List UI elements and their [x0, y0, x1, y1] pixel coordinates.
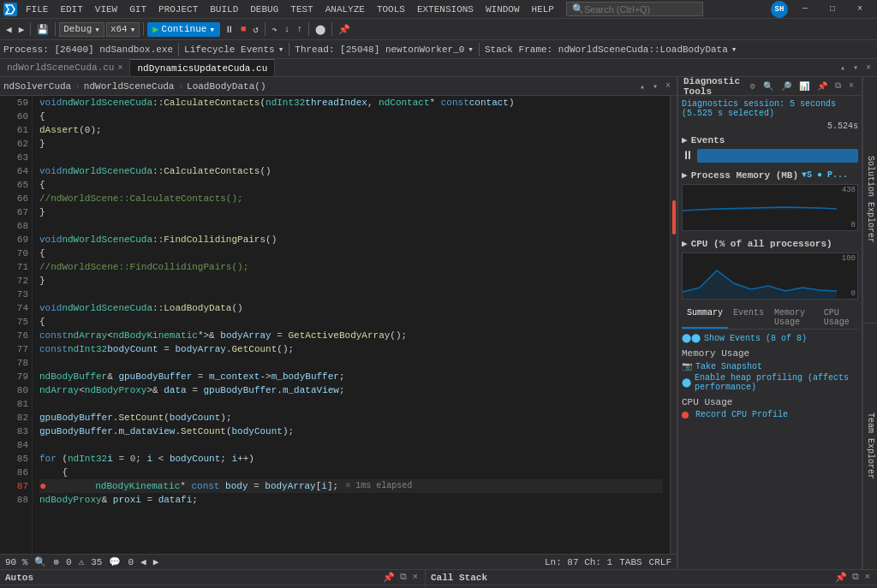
- menu-view[interactable]: VIEW: [90, 3, 122, 16]
- code-line-83: gpuBodyBuffer.m_dataView.SetCount(bodyCo…: [39, 425, 663, 438]
- pin-button[interactable]: 📌: [336, 23, 353, 36]
- code-line-82: gpuBodyBuffer.SetCount(bodyCount);: [39, 411, 663, 425]
- record-cpu-action[interactable]: Record CPU Profile: [682, 410, 858, 419]
- menu-tools[interactable]: TOOLS: [372, 3, 410, 16]
- breakpoint-indicator: ●: [39, 479, 46, 493]
- menu-test[interactable]: TEST: [285, 3, 318, 16]
- nav-method[interactable]: ndWorldSceneCuda: [84, 81, 175, 92]
- editor-nav-down[interactable]: ▾: [650, 80, 660, 92]
- editor-nav-x[interactable]: ×: [663, 80, 673, 92]
- code-container: 59606162 63646566 67686970 71727374 7576…: [0, 96, 677, 554]
- cs-close-btn[interactable]: ×: [862, 572, 872, 583]
- toolbar-sep-1: [30, 22, 31, 36]
- editor-close-btn[interactable]: ×: [863, 62, 874, 74]
- minimize-button[interactable]: ─: [791, 0, 819, 19]
- diag-tab-events[interactable]: Events: [728, 306, 769, 329]
- config-label: Debug: [63, 24, 92, 34]
- process-memory-section: ▶ Process Memory (MB) ▼S ● P... 438 0: [682, 169, 858, 231]
- cpu-usage-subsection: CPU Usage Record CPU Profile: [682, 397, 858, 419]
- code-line-70: {: [39, 246, 663, 260]
- cpu-section: ▶ CPU (% of all processors) 100 0: [682, 238, 858, 300]
- user-badge[interactable]: SH: [771, 1, 788, 18]
- platform-dropdown[interactable]: x64 ▾: [106, 22, 140, 37]
- memory-usage-subsection: Memory Usage 📷 Take Snapshot ⬤ Enable he…: [682, 348, 858, 392]
- close-button[interactable]: ×: [846, 0, 874, 19]
- snapshot-icon: 📷: [682, 361, 692, 371]
- diag-tab-summary[interactable]: Summary: [682, 306, 728, 329]
- title-search-input[interactable]: [584, 4, 687, 15]
- back-button[interactable]: ◀: [3, 23, 15, 36]
- code-line-85: for (ndInt32 i = 0; i < bodyCount; i++): [39, 452, 663, 466]
- step-over-button[interactable]: ↷: [269, 23, 280, 36]
- editor-status: 90 % 🔍 ⊗ 0 ⚠ 35 💬 0 ◀ ▶ Ln: 87 Ch: 1 TAB…: [0, 554, 677, 569]
- breakpoints-button[interactable]: ⬤: [313, 23, 328, 36]
- heap-profiling-action[interactable]: ⬤ Enable heap profiling (affects perform…: [682, 373, 858, 392]
- nav-function[interactable]: LoadBodyData(): [187, 81, 265, 92]
- pause-button[interactable]: ⏸: [222, 23, 236, 36]
- toolbar-sep-4: [265, 22, 265, 36]
- nav-class[interactable]: ndSolverCuda: [3, 81, 71, 92]
- search-icon: 🔍: [572, 3, 584, 15]
- diag-zoom-out[interactable]: 🔎: [779, 80, 794, 92]
- menu-git[interactable]: GIT: [124, 3, 152, 16]
- code-line-86: {: [39, 466, 663, 479]
- stop-button[interactable]: ■: [238, 23, 249, 35]
- save-button[interactable]: 💾: [34, 23, 51, 36]
- forward-button[interactable]: ▶: [16, 23, 27, 36]
- pb-sep2: [289, 43, 289, 56]
- menu-debug[interactable]: DEBUG: [245, 3, 283, 16]
- diag-undock-btn[interactable]: ⧉: [832, 80, 844, 92]
- solution-explorer-tab[interactable]: Solution Explorer: [862, 77, 877, 324]
- show-events-action[interactable]: ⬤⬤ Show Events (8 of 8): [682, 333, 858, 343]
- menu-analyze[interactable]: ANALYZE: [320, 3, 370, 16]
- editor-nav-up[interactable]: ▴: [637, 80, 647, 92]
- maximize-button[interactable]: □: [819, 0, 846, 19]
- editor-down-btn[interactable]: ▾: [850, 62, 861, 74]
- tab-1[interactable]: ndDynamicsUpdateCuda.cu: [130, 59, 275, 77]
- autos-undock-btn[interactable]: ⧉: [398, 572, 409, 583]
- stack-frame-label: Stack Frame: ndWorldSceneCuda::LoadBodyD…: [485, 45, 728, 55]
- menu-window[interactable]: WINDOW: [480, 3, 525, 16]
- code-line-78: [39, 356, 663, 370]
- step-out-button[interactable]: ↑: [294, 23, 305, 35]
- tab-0-label: ndWorldSceneCuda.cu: [7, 62, 114, 73]
- take-snapshot-action[interactable]: 📷 Take Snapshot: [682, 361, 858, 371]
- diag-chart-btn[interactable]: 📊: [796, 80, 812, 92]
- menu-help[interactable]: HELP: [527, 3, 559, 16]
- diag-tab-memory[interactable]: Memory Usage: [769, 306, 819, 329]
- events-subsection: ⬤⬤ Show Events (8 of 8): [682, 333, 858, 343]
- menu-build[interactable]: BUILD: [205, 3, 243, 16]
- team-explorer-tab[interactable]: Team Explorer: [862, 324, 877, 569]
- diag-settings-btn[interactable]: ⚙: [748, 80, 758, 92]
- code-line-69: void ndWorldSceneCuda::FindCollidingPair…: [39, 233, 663, 246]
- diag-tab-cpu[interactable]: CPU Usage: [819, 306, 858, 329]
- menu-edit[interactable]: EDIT: [55, 3, 87, 16]
- diag-zoom-in[interactable]: 🔍: [761, 80, 776, 92]
- pb-sep3: [479, 43, 480, 56]
- restart-button[interactable]: ↺: [251, 23, 262, 36]
- code-editor[interactable]: void ndWorldSceneCuda::CalculateContacts…: [33, 96, 670, 554]
- callstack-header: Call Stack 📌 ⧉ ×: [426, 570, 877, 585]
- callstack-panel: Call Stack 📌 ⧉ × Name Lang ▶: [426, 570, 877, 588]
- menu-project[interactable]: PROJECT: [153, 3, 203, 16]
- config-dropdown[interactable]: Debug ▾: [59, 22, 104, 37]
- diag-pin-btn[interactable]: 📌: [814, 80, 830, 92]
- menu-file[interactable]: FILE: [21, 3, 53, 16]
- title-search-box[interactable]: 🔍: [566, 2, 703, 16]
- code-line-73: [39, 288, 663, 301]
- toolbar-sep-2: [55, 22, 56, 36]
- cs-controls: 📌 ⧉ ×: [833, 572, 872, 583]
- autos-pin-btn[interactable]: 📌: [381, 572, 397, 583]
- diag-close-btn[interactable]: ×: [846, 80, 856, 92]
- menu-extensions[interactable]: EXTENSIONS: [412, 3, 479, 16]
- platform-arrow: ▾: [130, 24, 136, 35]
- tab-0[interactable]: ndWorldSceneCuda.cu ×: [0, 59, 130, 77]
- editor-up-btn[interactable]: ▴: [838, 62, 848, 74]
- cs-pin-btn[interactable]: 📌: [833, 572, 849, 583]
- continue-button[interactable]: ▶ Continue ▾: [147, 22, 220, 37]
- play-icon: ▶: [152, 23, 158, 36]
- step-into-button[interactable]: ↓: [282, 23, 293, 35]
- cs-undock-btn[interactable]: ⧉: [850, 572, 861, 583]
- autos-close-btn[interactable]: ×: [410, 572, 420, 583]
- tab-0-close[interactable]: ×: [117, 63, 122, 73]
